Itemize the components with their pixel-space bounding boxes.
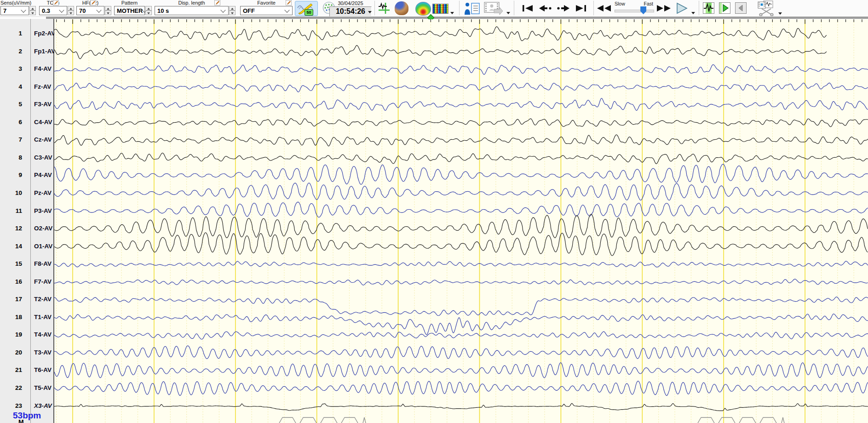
field-value: 7 bbox=[1, 7, 22, 14]
edit-pencil-icon[interactable] bbox=[286, 0, 292, 6]
spinner-down-button[interactable] bbox=[29, 11, 36, 15]
channel-label: F4-AV bbox=[34, 65, 52, 72]
edit-pencil-icon[interactable] bbox=[90, 0, 96, 6]
play-dropdown-arrow[interactable] bbox=[691, 12, 695, 14]
channel-row-x3-av[interactable]: 23 X3-AV bbox=[0, 402, 53, 411]
channel-label: Fp1-AV bbox=[34, 48, 55, 55]
channel-number: 3 bbox=[0, 65, 22, 72]
datetime-dropdown-arrow[interactable] bbox=[368, 11, 372, 13]
play-button[interactable] bbox=[674, 2, 689, 14]
edit-pencil-icon[interactable] bbox=[214, 0, 220, 6]
clip-dropdown-arrow[interactable] bbox=[778, 12, 782, 15]
spectrogram-icon[interactable] bbox=[432, 4, 448, 14]
channel-label: F7-AV bbox=[34, 278, 52, 285]
channel-number: 17 bbox=[0, 296, 22, 303]
channel-label-panel: 1 Fp2-AV 2 Fp1-AV 3 F4-AV 4 Fz-AV 5 F3-A… bbox=[0, 19, 54, 423]
save-clip-icon[interactable] bbox=[757, 0, 778, 16]
spinner-down-button[interactable] bbox=[145, 11, 152, 15]
field-combo[interactable]: 10 s bbox=[155, 6, 229, 15]
channel-row-f4-av[interactable]: 3 F4-AV bbox=[0, 65, 53, 74]
channel-label: C4-AV bbox=[34, 119, 52, 126]
spinner-up-button[interactable] bbox=[68, 6, 74, 11]
video-dropdown-arrow[interactable] bbox=[506, 12, 510, 14]
spinner-up-button[interactable] bbox=[229, 6, 236, 11]
skip-to-start-button[interactable] bbox=[521, 4, 534, 12]
field-value: 70 bbox=[77, 7, 97, 14]
patient-info-icon[interactable] bbox=[464, 2, 480, 15]
play-segment-button[interactable] bbox=[719, 2, 730, 14]
channel-row-f8-av[interactable]: 15 F8-AV bbox=[0, 260, 53, 269]
notch-filter-button[interactable]: 50 bbox=[295, 1, 318, 16]
datetime-display[interactable]: 30/04/2025 10:54:26 bbox=[329, 0, 372, 16]
channel-number: 12 bbox=[0, 225, 22, 232]
channel-row-pz-av[interactable]: 10 Pz-AV bbox=[0, 189, 53, 198]
video-review-icon[interactable] bbox=[484, 2, 503, 15]
channel-row-t4-av[interactable]: 19 T4-AV bbox=[0, 331, 53, 339]
field-combo[interactable]: OFF bbox=[240, 6, 293, 15]
channel-label: O2-AV bbox=[34, 225, 52, 232]
channel-label: T3-AV bbox=[34, 349, 52, 356]
field-disp-length: Disp. length 10 s bbox=[155, 0, 237, 17]
trend-overview-button[interactable] bbox=[703, 2, 714, 14]
chevron-down-icon bbox=[96, 7, 101, 12]
channel-row-o2-av[interactable]: 12 O2-AV bbox=[0, 225, 53, 233]
channel-row-c4-av[interactable]: 6 C4-AV bbox=[0, 119, 53, 127]
channel-number: 8 bbox=[0, 154, 22, 161]
spinner-up-button[interactable] bbox=[145, 6, 152, 11]
channel-row-t3-av[interactable]: 20 T3-AV bbox=[0, 349, 53, 357]
channel-row-t2-av[interactable]: 17 T2-AV bbox=[0, 296, 53, 304]
channel-row-cz-av[interactable]: 7 Cz-AV bbox=[0, 136, 53, 144]
spinner-down-button[interactable] bbox=[229, 11, 236, 15]
channel-row-t5-av[interactable]: 22 T5-AV bbox=[0, 384, 53, 393]
rewind-button[interactable] bbox=[596, 4, 612, 12]
field-combo[interactable]: 7 bbox=[0, 6, 29, 15]
spinner-up-button[interactable] bbox=[29, 6, 36, 11]
field-value: 0.3 bbox=[40, 7, 60, 14]
speed-slider-handle[interactable] bbox=[640, 6, 646, 14]
fast-forward-button[interactable] bbox=[656, 4, 672, 12]
speed-slider-track[interactable] bbox=[615, 10, 654, 12]
field-sens-uv-mm-: Sens(uV/mm) 7 bbox=[0, 0, 36, 17]
channel-number: 7 bbox=[0, 136, 22, 143]
time-ruler[interactable] bbox=[46, 17, 868, 19]
brain-map-3d-icon[interactable] bbox=[395, 1, 408, 15]
channel-row-fp2-av[interactable]: 1 Fp2-AV bbox=[0, 30, 53, 38]
spinner-down-button[interactable] bbox=[105, 11, 111, 15]
channel-row-p4-av[interactable]: 9 P4-AV bbox=[0, 171, 53, 180]
trace-marker-icon[interactable] bbox=[377, 2, 391, 15]
field-combo[interactable]: 70 bbox=[76, 6, 104, 15]
channel-row-f3-av[interactable]: 5 F3-AV bbox=[0, 101, 53, 109]
field-favorite: Favorite OFF bbox=[240, 0, 293, 17]
channel-row-p3-av[interactable]: 11 P3-AV bbox=[0, 207, 53, 216]
channel-row-f7-av[interactable]: 16 F7-AV bbox=[0, 278, 53, 286]
field-combo[interactable]: 0.3 bbox=[39, 6, 67, 15]
channel-row-t6-av[interactable]: 21 T6-AV bbox=[0, 366, 53, 375]
speed-slider[interactable]: Slow Fast bbox=[614, 1, 655, 16]
topography-map-icon[interactable] bbox=[415, 2, 431, 16]
channel-label: C3-AV bbox=[34, 154, 52, 161]
channel-label: T4-AV bbox=[34, 331, 52, 338]
spinner-up-button[interactable] bbox=[105, 6, 111, 11]
spinner-down-button[interactable] bbox=[68, 11, 74, 15]
toolbar-separator bbox=[374, 1, 375, 15]
step-forward-button[interactable] bbox=[556, 4, 570, 12]
edit-pencil-icon[interactable] bbox=[53, 0, 59, 6]
step-back-button[interactable] bbox=[539, 4, 552, 12]
channel-label: O1-AV bbox=[34, 243, 52, 250]
channel-number: 14 bbox=[0, 243, 22, 250]
eeg-trace-area[interactable] bbox=[54, 19, 868, 423]
channel-number: 21 bbox=[0, 366, 22, 373]
channel-label: Pz-AV bbox=[34, 189, 52, 196]
channel-row-o1-av[interactable]: 14 O1-AV bbox=[0, 243, 53, 251]
field-combo[interactable]: MOTHER bbox=[114, 6, 145, 15]
maps-dropdown-arrow[interactable] bbox=[450, 12, 454, 14]
skip-to-end-button[interactable] bbox=[575, 4, 587, 12]
channel-row-c3-av[interactable]: 8 C3-AV bbox=[0, 154, 53, 162]
channel-row-t1-av[interactable]: 18 T1-AV bbox=[0, 314, 53, 322]
channel-row-fp1-av[interactable]: 2 Fp1-AV bbox=[0, 48, 53, 56]
channel-number: 2 bbox=[0, 48, 22, 55]
chevron-down-icon bbox=[220, 7, 225, 12]
prev-segment-button[interactable] bbox=[735, 2, 747, 14]
channel-label: F3-AV bbox=[34, 101, 52, 108]
channel-row-fz-av[interactable]: 4 Fz-AV bbox=[0, 83, 53, 91]
